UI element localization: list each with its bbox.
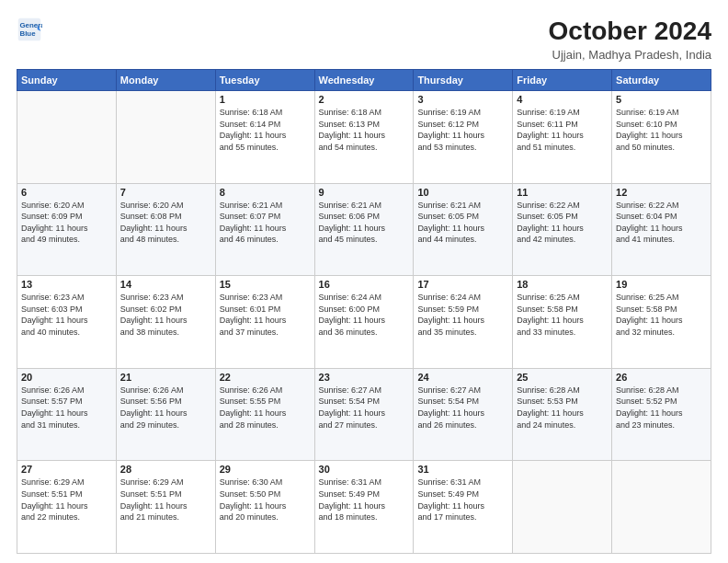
day-detail: Sunrise: 6:18 AM Sunset: 6:13 PM Dayligh… bbox=[319, 107, 410, 153]
day-detail: Sunrise: 6:23 AM Sunset: 6:01 PM Dayligh… bbox=[220, 292, 311, 338]
day-detail: Sunrise: 6:23 AM Sunset: 6:03 PM Dayligh… bbox=[21, 292, 112, 338]
day-detail: Sunrise: 6:19 AM Sunset: 6:12 PM Dayligh… bbox=[417, 107, 508, 153]
main-title: October 2024 bbox=[549, 17, 711, 46]
day-detail: Sunrise: 6:18 AM Sunset: 6:14 PM Dayligh… bbox=[220, 107, 311, 153]
calendar-cell: 9Sunrise: 6:21 AM Sunset: 6:06 PM Daylig… bbox=[314, 183, 414, 276]
day-detail: Sunrise: 6:20 AM Sunset: 6:08 PM Dayligh… bbox=[120, 200, 211, 246]
calendar-cell: 14Sunrise: 6:23 AM Sunset: 6:02 PM Dayli… bbox=[116, 276, 215, 369]
calendar-cell: 16Sunrise: 6:24 AM Sunset: 6:00 PM Dayli… bbox=[314, 276, 414, 369]
day-number: 29 bbox=[220, 464, 311, 475]
calendar-cell: 6Sunrise: 6:20 AM Sunset: 6:09 PM Daylig… bbox=[17, 183, 117, 276]
calendar-cell: 13Sunrise: 6:23 AM Sunset: 6:03 PM Dayli… bbox=[17, 276, 117, 369]
logo: General Blue bbox=[17, 17, 42, 42]
day-detail: Sunrise: 6:29 AM Sunset: 5:51 PM Dayligh… bbox=[21, 477, 112, 523]
day-detail: Sunrise: 6:27 AM Sunset: 5:54 PM Dayligh… bbox=[319, 385, 410, 431]
day-detail: Sunrise: 6:25 AM Sunset: 5:58 PM Dayligh… bbox=[517, 292, 608, 338]
day-number: 26 bbox=[616, 372, 707, 383]
weekday-header-saturday: Saturday bbox=[612, 70, 711, 91]
weekday-header-thursday: Thursday bbox=[414, 70, 513, 91]
day-detail: Sunrise: 6:24 AM Sunset: 6:00 PM Dayligh… bbox=[319, 292, 410, 338]
day-number: 25 bbox=[517, 372, 608, 383]
day-detail: Sunrise: 6:26 AM Sunset: 5:56 PM Dayligh… bbox=[120, 385, 211, 431]
calendar-cell: 20Sunrise: 6:26 AM Sunset: 5:57 PM Dayli… bbox=[17, 368, 117, 461]
weekday-header-friday: Friday bbox=[513, 70, 612, 91]
calendar-cell: 21Sunrise: 6:26 AM Sunset: 5:56 PM Dayli… bbox=[116, 368, 215, 461]
day-number: 16 bbox=[319, 279, 410, 290]
calendar-cell: 27Sunrise: 6:29 AM Sunset: 5:51 PM Dayli… bbox=[17, 461, 117, 554]
day-number: 20 bbox=[21, 372, 112, 383]
header: General Blue October 2024 Ujjain, Madhya… bbox=[17, 17, 711, 62]
day-number: 6 bbox=[21, 187, 112, 198]
day-number: 27 bbox=[21, 464, 112, 475]
day-detail: Sunrise: 6:31 AM Sunset: 5:49 PM Dayligh… bbox=[319, 477, 410, 523]
day-number: 13 bbox=[21, 279, 112, 290]
calendar-week-1: 1Sunrise: 6:18 AM Sunset: 6:14 PM Daylig… bbox=[17, 91, 711, 184]
day-detail: Sunrise: 6:22 AM Sunset: 6:05 PM Dayligh… bbox=[517, 200, 608, 246]
day-number: 10 bbox=[417, 187, 508, 198]
calendar-week-4: 20Sunrise: 6:26 AM Sunset: 5:57 PM Dayli… bbox=[17, 368, 711, 461]
calendar-cell: 24Sunrise: 6:27 AM Sunset: 5:54 PM Dayli… bbox=[414, 368, 513, 461]
calendar-cell bbox=[612, 461, 711, 554]
day-number: 28 bbox=[120, 464, 211, 475]
day-number: 21 bbox=[120, 372, 211, 383]
weekday-header-sunday: Sunday bbox=[17, 70, 117, 91]
day-number: 9 bbox=[319, 187, 410, 198]
calendar-cell: 7Sunrise: 6:20 AM Sunset: 6:08 PM Daylig… bbox=[116, 183, 215, 276]
day-detail: Sunrise: 6:23 AM Sunset: 6:02 PM Dayligh… bbox=[120, 292, 211, 338]
day-number: 11 bbox=[517, 187, 608, 198]
svg-text:Blue: Blue bbox=[20, 29, 37, 38]
weekday-header-row: SundayMondayTuesdayWednesdayThursdayFrid… bbox=[17, 70, 711, 91]
weekday-header-tuesday: Tuesday bbox=[215, 70, 314, 91]
day-detail: Sunrise: 6:21 AM Sunset: 6:06 PM Dayligh… bbox=[319, 200, 410, 246]
calendar-cell bbox=[513, 461, 612, 554]
calendar-cell: 19Sunrise: 6:25 AM Sunset: 5:58 PM Dayli… bbox=[612, 276, 711, 369]
title-block: October 2024 Ujjain, Madhya Pradesh, Ind… bbox=[549, 17, 711, 62]
calendar-table: SundayMondayTuesdayWednesdayThursdayFrid… bbox=[17, 69, 711, 554]
day-detail: Sunrise: 6:29 AM Sunset: 5:51 PM Dayligh… bbox=[120, 477, 211, 523]
day-number: 8 bbox=[220, 187, 311, 198]
calendar-cell: 31Sunrise: 6:31 AM Sunset: 5:49 PM Dayli… bbox=[414, 461, 513, 554]
logo-icon: General Blue bbox=[17, 17, 42, 42]
day-number: 1 bbox=[220, 94, 311, 105]
page: General Blue October 2024 Ujjain, Madhya… bbox=[0, 0, 728, 563]
calendar-week-3: 13Sunrise: 6:23 AM Sunset: 6:03 PM Dayli… bbox=[17, 276, 711, 369]
calendar-cell: 12Sunrise: 6:22 AM Sunset: 6:04 PM Dayli… bbox=[612, 183, 711, 276]
calendar-cell: 22Sunrise: 6:26 AM Sunset: 5:55 PM Dayli… bbox=[215, 368, 314, 461]
calendar-cell bbox=[17, 91, 117, 184]
day-number: 14 bbox=[120, 279, 211, 290]
calendar-week-2: 6Sunrise: 6:20 AM Sunset: 6:09 PM Daylig… bbox=[17, 183, 711, 276]
day-number: 30 bbox=[319, 464, 410, 475]
day-detail: Sunrise: 6:22 AM Sunset: 6:04 PM Dayligh… bbox=[616, 200, 707, 246]
calendar-cell: 2Sunrise: 6:18 AM Sunset: 6:13 PM Daylig… bbox=[314, 91, 414, 184]
calendar-cell: 25Sunrise: 6:28 AM Sunset: 5:53 PM Dayli… bbox=[513, 368, 612, 461]
day-number: 4 bbox=[517, 94, 608, 105]
calendar-cell: 23Sunrise: 6:27 AM Sunset: 5:54 PM Dayli… bbox=[314, 368, 414, 461]
calendar-week-5: 27Sunrise: 6:29 AM Sunset: 5:51 PM Dayli… bbox=[17, 461, 711, 554]
day-number: 5 bbox=[616, 94, 707, 105]
day-number: 19 bbox=[616, 279, 707, 290]
day-detail: Sunrise: 6:31 AM Sunset: 5:49 PM Dayligh… bbox=[417, 477, 508, 523]
calendar-cell: 3Sunrise: 6:19 AM Sunset: 6:12 PM Daylig… bbox=[414, 91, 513, 184]
day-detail: Sunrise: 6:28 AM Sunset: 5:53 PM Dayligh… bbox=[517, 385, 608, 431]
day-detail: Sunrise: 6:26 AM Sunset: 5:57 PM Dayligh… bbox=[21, 385, 112, 431]
sub-title: Ujjain, Madhya Pradesh, India bbox=[549, 48, 711, 62]
calendar-cell: 30Sunrise: 6:31 AM Sunset: 5:49 PM Dayli… bbox=[314, 461, 414, 554]
day-number: 12 bbox=[616, 187, 707, 198]
calendar-cell: 28Sunrise: 6:29 AM Sunset: 5:51 PM Dayli… bbox=[116, 461, 215, 554]
day-number: 2 bbox=[319, 94, 410, 105]
calendar-cell: 8Sunrise: 6:21 AM Sunset: 6:07 PM Daylig… bbox=[215, 183, 314, 276]
day-number: 24 bbox=[417, 372, 508, 383]
calendar-cell: 5Sunrise: 6:19 AM Sunset: 6:10 PM Daylig… bbox=[612, 91, 711, 184]
day-number: 17 bbox=[417, 279, 508, 290]
day-detail: Sunrise: 6:25 AM Sunset: 5:58 PM Dayligh… bbox=[616, 292, 707, 338]
weekday-header-monday: Monday bbox=[116, 70, 215, 91]
day-number: 23 bbox=[319, 372, 410, 383]
day-number: 18 bbox=[517, 279, 608, 290]
calendar-cell: 11Sunrise: 6:22 AM Sunset: 6:05 PM Dayli… bbox=[513, 183, 612, 276]
calendar-cell bbox=[116, 91, 215, 184]
calendar-cell: 1Sunrise: 6:18 AM Sunset: 6:14 PM Daylig… bbox=[215, 91, 314, 184]
day-detail: Sunrise: 6:26 AM Sunset: 5:55 PM Dayligh… bbox=[220, 385, 311, 431]
day-detail: Sunrise: 6:24 AM Sunset: 5:59 PM Dayligh… bbox=[417, 292, 508, 338]
calendar-cell: 10Sunrise: 6:21 AM Sunset: 6:05 PM Dayli… bbox=[414, 183, 513, 276]
calendar-cell: 29Sunrise: 6:30 AM Sunset: 5:50 PM Dayli… bbox=[215, 461, 314, 554]
